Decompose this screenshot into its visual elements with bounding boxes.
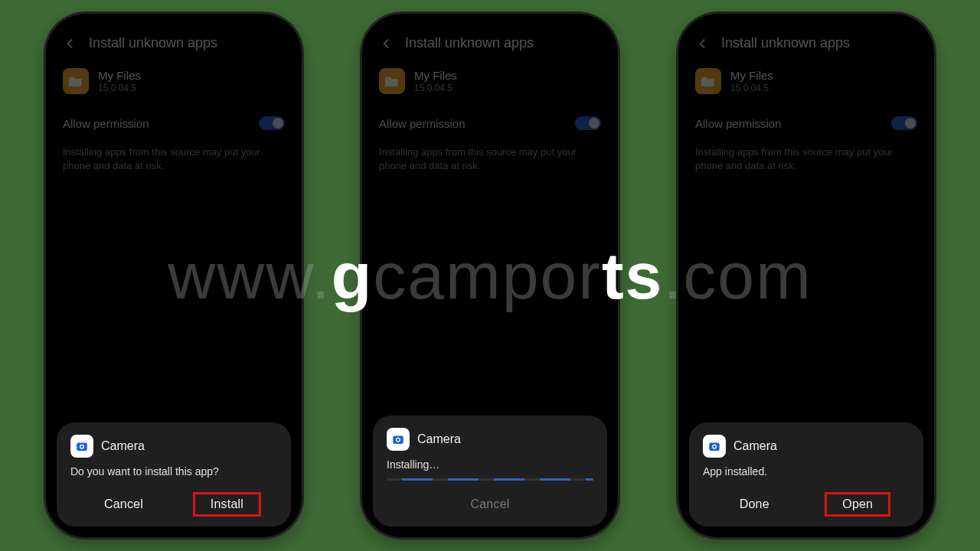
dialog-message: Do you want to install this app? xyxy=(70,465,277,478)
open-button[interactable]: Open xyxy=(825,493,890,516)
source-app-name: My Files xyxy=(730,69,773,82)
back-icon[interactable] xyxy=(695,36,710,51)
dialog-app-name: Camera xyxy=(417,432,461,446)
camera-icon xyxy=(387,428,410,451)
source-app-row[interactable]: My Files 15.0.04.5 xyxy=(368,60,612,105)
phone-frame-2: Install unknown apps My Files 15.0.04.5 … xyxy=(362,14,618,537)
permission-row: Allow permission xyxy=(368,105,612,141)
back-icon[interactable] xyxy=(379,36,394,51)
source-app-name: My Files xyxy=(98,69,141,82)
folder-icon xyxy=(379,68,405,94)
svg-point-8 xyxy=(713,445,715,448)
permission-description: Installing apps from this source may put… xyxy=(368,141,612,173)
permission-label: Allow permission xyxy=(695,117,782,130)
install-dialog: Camera Do you want to install this app? … xyxy=(57,422,291,527)
permission-description: Installing apps from this source may put… xyxy=(52,141,296,173)
permission-label: Allow permission xyxy=(63,117,149,130)
phone-notch xyxy=(440,14,540,32)
screen-3: Install unknown apps My Files 15.0.04.5 … xyxy=(684,20,928,531)
cancel-button[interactable]: Cancel xyxy=(453,493,526,516)
source-app-row[interactable]: My Files 15.0.04.5 xyxy=(52,60,296,105)
screen-2: Install unknown apps My Files 15.0.04.5 … xyxy=(368,20,612,531)
phone-frame-1: Install unknown apps My Files 15.0.04.5 … xyxy=(46,14,302,537)
install-dialog: Camera Installing… Cancel xyxy=(373,416,607,527)
folder-icon xyxy=(695,68,721,94)
permission-toggle[interactable] xyxy=(891,116,917,130)
dialog-app-name: Camera xyxy=(101,439,145,453)
back-icon[interactable] xyxy=(63,36,78,51)
dialog-message: App installed. xyxy=(703,465,910,478)
page-title: Install unknown apps xyxy=(721,35,850,51)
source-app-version: 15.0.04.5 xyxy=(730,83,773,93)
permission-toggle[interactable] xyxy=(575,116,601,130)
svg-point-5 xyxy=(397,439,399,441)
source-app-name: My Files xyxy=(414,69,457,82)
page-title: Install unknown apps xyxy=(405,35,534,51)
install-progress-bar xyxy=(387,478,593,481)
install-button[interactable]: Install xyxy=(194,493,260,516)
source-app-version: 15.0.04.5 xyxy=(98,83,141,93)
cancel-button[interactable]: Cancel xyxy=(87,493,160,516)
source-app-row[interactable]: My Files 15.0.04.5 xyxy=(684,60,928,105)
done-button[interactable]: Done xyxy=(723,493,786,516)
svg-point-2 xyxy=(80,445,83,448)
dialog-message: Installing… xyxy=(387,458,593,471)
camera-icon xyxy=(70,435,93,458)
permission-row: Allow permission xyxy=(52,105,296,141)
install-dialog: Camera App installed. Done Open xyxy=(689,422,923,527)
dialog-app-name: Camera xyxy=(733,439,777,453)
permission-toggle[interactable] xyxy=(259,116,285,130)
page-title: Install unknown apps xyxy=(89,35,217,51)
permission-row: Allow permission xyxy=(684,105,928,141)
source-app-version: 15.0.04.5 xyxy=(414,83,457,93)
phone-notch xyxy=(124,14,224,32)
phone-frame-3: Install unknown apps My Files 15.0.04.5 … xyxy=(678,14,934,537)
folder-icon xyxy=(63,68,89,94)
permission-description: Installing apps from this source may put… xyxy=(684,141,928,173)
phone-notch xyxy=(756,14,856,32)
permission-label: Allow permission xyxy=(379,117,466,130)
camera-icon xyxy=(703,435,726,458)
screen-1: Install unknown apps My Files 15.0.04.5 … xyxy=(52,20,296,531)
